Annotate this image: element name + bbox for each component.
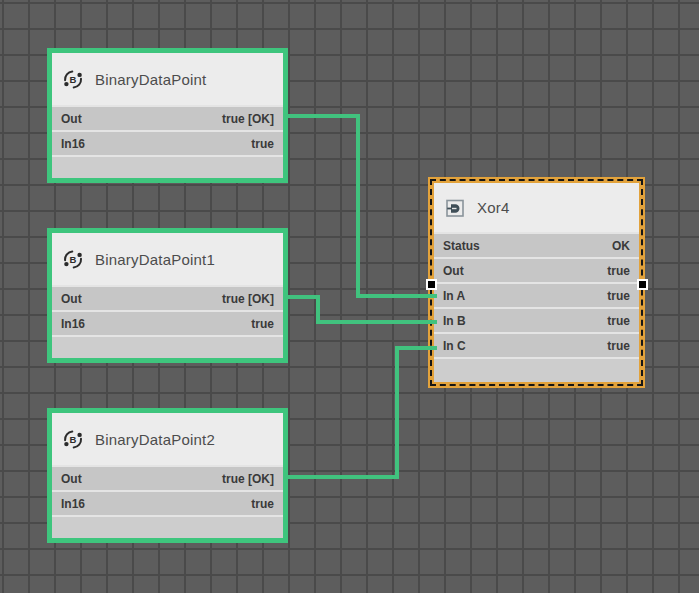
node-title-bar[interactable]: B BinaryDataPoint2 <box>52 413 283 465</box>
property-label: Out <box>61 292 82 306</box>
property-row-empty <box>52 337 283 358</box>
property-row-out[interactable]: Out true [OK] <box>52 107 283 130</box>
property-value: OK <box>612 239 630 253</box>
property-value: true <box>607 264 630 278</box>
property-row-status[interactable]: Status OK <box>434 234 639 257</box>
svg-text:B: B <box>70 434 77 445</box>
property-label: In B <box>443 314 466 328</box>
node-binarydatapoint2[interactable]: B BinaryDataPoint2 Out true [OK] In16 tr… <box>47 408 288 543</box>
property-label: In16 <box>61 137 85 151</box>
property-value: true <box>251 497 274 511</box>
property-label: Status <box>443 239 480 253</box>
node-title: BinaryDataPoint2 <box>95 431 215 448</box>
selection-handle-left[interactable] <box>426 279 437 290</box>
svg-text:B: B <box>70 254 77 265</box>
property-value: true <box>607 339 630 353</box>
property-value: true [OK] <box>222 472 274 486</box>
node-title-bar[interactable]: B BinaryDataPoint1 <box>52 233 283 285</box>
property-row-in16[interactable]: In16 true <box>52 312 283 335</box>
svg-text:B: B <box>70 74 77 85</box>
property-row-out[interactable]: Out true [OK] <box>52 287 283 310</box>
property-row-inc[interactable]: In C true <box>434 334 639 357</box>
xor-gate-icon <box>444 197 466 219</box>
wire-out-to-inC[interactable] <box>285 348 437 477</box>
binary-point-icon: B <box>62 428 84 450</box>
property-row-empty <box>52 157 283 178</box>
wire-out-to-inA[interactable] <box>285 116 437 296</box>
property-row-empty <box>52 517 283 538</box>
property-row-empty <box>434 359 639 382</box>
property-label: Out <box>61 112 82 126</box>
property-value: true [OK] <box>222 112 274 126</box>
node-binarydatapoint1[interactable]: B BinaryDataPoint1 Out true [OK] In16 tr… <box>47 228 288 363</box>
node-binarydatapoint[interactable]: B BinaryDataPoint Out true [OK] In16 tru… <box>47 48 288 183</box>
node-xor4[interactable]: Xor4 Status OK Out true In A true In B t… <box>428 177 645 388</box>
property-label: Out <box>61 472 82 486</box>
property-label: In C <box>443 339 466 353</box>
property-row-in16[interactable]: In16 true <box>52 492 283 515</box>
wire-sheet-canvas[interactable]: { "colors": { "canvas-bg": "#5d5d5d", "g… <box>0 0 699 593</box>
binary-point-icon: B <box>62 68 84 90</box>
node-title: BinaryDataPoint <box>95 71 206 88</box>
property-value: true [OK] <box>222 292 274 306</box>
property-label: In A <box>443 289 465 303</box>
property-label: Out <box>443 264 464 278</box>
property-row-inb[interactable]: In B true <box>434 309 639 332</box>
property-row-ina[interactable]: In A true <box>434 284 639 307</box>
binary-point-icon: B <box>62 248 84 270</box>
property-value: true <box>251 137 274 151</box>
property-label: In16 <box>61 497 85 511</box>
property-label: In16 <box>61 317 85 331</box>
property-row-in16[interactable]: In16 true <box>52 132 283 155</box>
property-row-out[interactable]: Out true [OK] <box>52 467 283 490</box>
selection-handle-right[interactable] <box>637 279 648 290</box>
node-title-bar[interactable]: B BinaryDataPoint <box>52 53 283 105</box>
property-value: true <box>607 289 630 303</box>
property-value: true <box>607 314 630 328</box>
node-title: BinaryDataPoint1 <box>95 251 215 268</box>
node-title: Xor4 <box>477 199 510 216</box>
property-value: true <box>251 317 274 331</box>
property-row-out[interactable]: Out true <box>434 259 639 282</box>
node-title-bar[interactable]: Xor4 <box>434 183 639 232</box>
selection-border: Xor4 Status OK Out true In A true In B t… <box>430 179 643 386</box>
wire-out-to-inB[interactable] <box>285 297 437 322</box>
